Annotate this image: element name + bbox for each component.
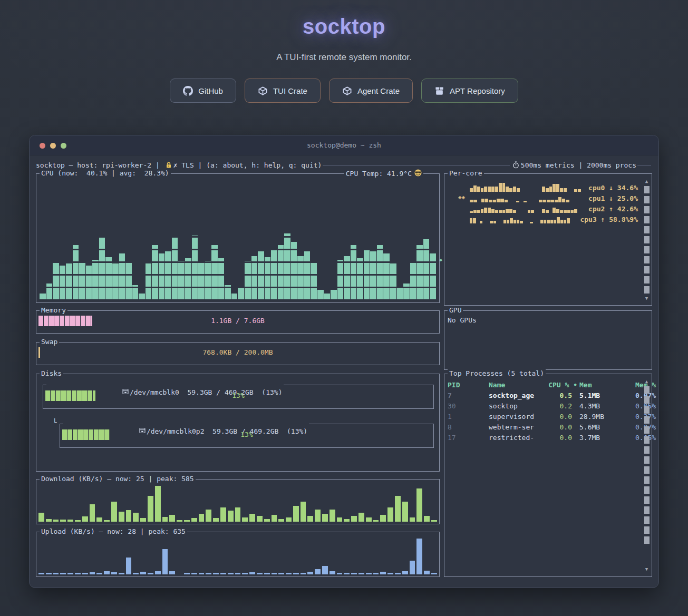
process-row[interactable]: 30socktop0.24.3MB0.05% [448, 400, 640, 411]
swap-usage-label: 768.0KB / 200.0MB [38, 347, 437, 358]
disk-percent-label: 13% [62, 429, 431, 440]
percore-scrollbar[interactable]: ▲ ▼ [643, 178, 650, 301]
processes-panel-title: Top Processes (5 total) [448, 369, 546, 378]
processes-scrollbar[interactable]: ▲ ▼ [643, 378, 650, 572]
diamond-marker-icon: ◆ [440, 257, 442, 262]
header-name[interactable]: Name [489, 381, 541, 389]
disk-entry: └ /dev/mmcblk0p2 59.3GB / 469.2GB (13%) … [60, 424, 434, 448]
link-buttons: GitHub TUI Crate Agent Crate APT Reposit… [0, 79, 688, 103]
disk-gauge: 13% [62, 429, 431, 440]
disk-gauge: 13% [45, 390, 431, 401]
tui-crate-button[interactable]: TUI Crate [245, 79, 321, 103]
github-button[interactable]: GitHub [170, 79, 236, 103]
core-sparkline [470, 193, 585, 202]
divider [323, 165, 509, 165]
crate-icon [258, 86, 268, 96]
cpu-panel: CPU (now: 40.1% | avg: 28.3%) CPU Temp: … [36, 173, 440, 303]
divider [637, 165, 651, 165]
github-icon [183, 86, 193, 96]
scrollbar-thumb[interactable] [644, 385, 650, 566]
process-row[interactable]: 8webterm-ser0.05.6MB0.07% [448, 422, 640, 432]
core-sparkline [470, 214, 576, 223]
tui-crate-button-label: TUI Crate [273, 86, 307, 95]
percore-panel-title: Per-core [448, 169, 484, 178]
download-chart [38, 486, 437, 522]
agent-crate-button-label: Agent Crate [357, 86, 400, 95]
disks-panel-title: Disks [40, 369, 63, 378]
terminal-body: socktop — host: rpi-worker-2 | ✗ TLS | (… [30, 155, 658, 588]
percore-row: cpu3 ↑ 58.8%9% [458, 213, 638, 223]
header-pid[interactable]: PID [448, 381, 489, 389]
status-intervals-text: 500ms metrics | 2000ms procs [521, 161, 636, 169]
download-panel-title: Download (KB/s) — now: 25 | peak: 585 [40, 475, 196, 483]
upload-chart [38, 539, 437, 574]
gpu-panel: GPU No GPUs [444, 310, 652, 370]
disks-panel: Disks /dev/mmcblk0 59.3GB / 469.2GB (13%… [36, 374, 440, 472]
agent-crate-button[interactable]: Agent Crate [329, 79, 413, 103]
percore-row: ◈◈cpu1 ↓ 25.0% [458, 192, 638, 202]
package-icon [434, 86, 444, 96]
tree-connector: └ [53, 418, 57, 426]
core-prefix-icon: ◈◈ [458, 194, 470, 201]
status-tls-text: ✗ TLS | (a: about, h: help, q: quit) [173, 161, 322, 169]
upload-panel: Upload (KB/s) — now: 28 | peak: 635 [36, 532, 440, 577]
core-sparkline [470, 183, 585, 192]
page-subtitle: A TUI-first remote system monitor. [0, 52, 688, 63]
stopwatch-icon [512, 161, 519, 169]
scroll-down-icon[interactable]: ▼ [645, 295, 648, 301]
percore-rows: cpu0 ↓ 34.6%◈◈cpu1 ↓ 25.0%cpu2 ↑ 42.6%cp… [444, 174, 652, 223]
memory-panel: Memory 1.1GB / 7.6GB [36, 310, 440, 334]
process-rows: 7socktop_age0.55.1MB0.07%30socktop0.24.3… [448, 390, 640, 443]
hero: socktop A TUI-first remote system monito… [0, 15, 688, 103]
core-label: cpu0 ↓ 34.6% [587, 184, 638, 192]
lock-icon [166, 162, 172, 169]
percore-panel: Per-core cpu0 ↓ 34.6%◈◈cpu1 ↓ 25.0%cpu2 … [444, 173, 652, 306]
scrollbar-thumb[interactable] [644, 184, 650, 295]
gpu-panel-title: GPU [448, 306, 463, 315]
apt-repository-button-label: APT Repository [450, 86, 505, 95]
process-row[interactable]: 7socktop_age0.55.1MB0.07% [448, 390, 640, 400]
status-bar: socktop — host: rpi-worker-2 | ✗ TLS | (… [36, 160, 652, 170]
header-cpu[interactable]: CPU % • [541, 381, 579, 389]
core-sparkline [470, 204, 585, 213]
process-table-header: PID Name CPU % • Mem Mem % [448, 379, 640, 390]
scroll-down-icon[interactable]: ▼ [645, 566, 648, 572]
cpu-temp-label: CPU Temp: 41.9°C [346, 170, 412, 178]
header-mem[interactable]: Mem [579, 381, 635, 389]
download-panel: Download (KB/s) — now: 25 | peak: 585 [36, 479, 440, 524]
swap-gauge: 768.0KB / 200.0MB [38, 347, 437, 358]
terminal-window: socktop@demo ~ zsh socktop — host: rpi-w… [29, 135, 659, 588]
swap-panel: Swap 768.0KB / 200.0MB [36, 342, 440, 365]
process-row[interactable]: 17restricted-0.03.7MB0.05% [448, 432, 640, 443]
memory-usage-label: 1.1GB / 7.6GB [38, 316, 437, 326]
terminal-titlebar: socktop@demo ~ zsh [30, 135, 658, 155]
github-button-label: GitHub [198, 86, 223, 95]
swap-panel-title: Swap [40, 338, 59, 346]
processes-panel: Top Processes (5 total) PID Name CPU % •… [444, 374, 652, 577]
memory-gauge: 1.1GB / 7.6GB [38, 316, 437, 326]
percore-row: cpu2 ↑ 42.6% [458, 202, 638, 213]
cpu-history-chart [40, 179, 436, 299]
disk-entry: /dev/mmcblk0 59.3GB / 469.2GB (13%) 13% [43, 385, 434, 409]
percore-row: cpu0 ↓ 34.6% [458, 181, 638, 192]
cool-face-icon [414, 169, 422, 178]
upload-panel-title: Upload (KB/s) — now: 28 | peak: 635 [40, 527, 187, 536]
page-title: socktop [0, 15, 688, 38]
core-label: cpu2 ↑ 42.6% [587, 205, 638, 213]
core-label: cpu3 ↑ 58.8%9% [579, 216, 638, 223]
cpu-panel-title: CPU (now: 40.1% | avg: 28.3%) [40, 169, 171, 178]
process-table: PID Name CPU % • Mem Mem % 7socktop_age0… [444, 374, 652, 443]
terminal-title: socktop@demo ~ zsh [30, 135, 658, 155]
page: socktop A TUI-first remote system monito… [0, 15, 688, 588]
gpu-message: No GPUs [444, 311, 652, 329]
process-row[interactable]: 1supervisord0.028.9MB0.37% [448, 411, 640, 422]
apt-repository-button[interactable]: APT Repository [421, 79, 518, 103]
scroll-up-icon[interactable]: ▲ [645, 178, 648, 184]
status-host-text: socktop — host: rpi-worker-2 | [36, 161, 164, 169]
memory-panel-title: Memory [40, 306, 67, 315]
crate-icon [342, 86, 352, 96]
scroll-up-icon[interactable]: ▲ [645, 378, 648, 385]
core-label: cpu1 ↓ 25.0% [587, 194, 638, 202]
disk-percent-label: 13% [45, 390, 431, 401]
